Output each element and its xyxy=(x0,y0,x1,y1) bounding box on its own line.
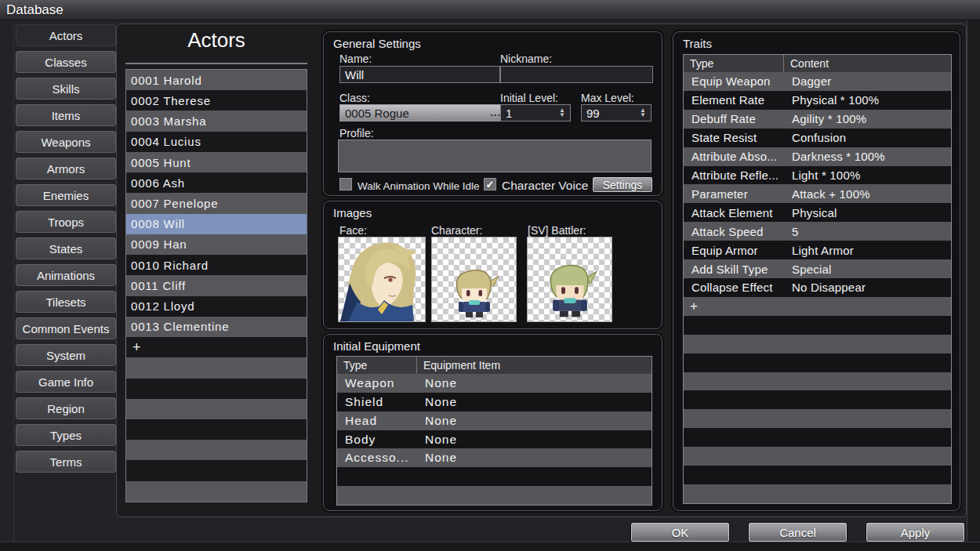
profile-textarea[interactable] xyxy=(338,140,652,172)
cell: + xyxy=(684,297,784,316)
name-input[interactable]: Will xyxy=(339,66,500,83)
trait-row[interactable]: Attack Speed5 xyxy=(684,222,951,241)
actor-list-item[interactable]: 0005 Hunt xyxy=(126,152,307,172)
column-header: Type xyxy=(684,55,784,72)
actor-list-item[interactable]: 0012 Lloyd xyxy=(126,296,307,317)
tab-weapons[interactable]: Weapons xyxy=(16,131,116,153)
trait-row[interactable]: Element RatePhysical * 100% xyxy=(684,91,951,110)
actor-list-item[interactable]: 0009 Han xyxy=(126,234,307,255)
actor-list-item[interactable]: 0011 Cliff xyxy=(126,275,307,295)
traits-group: Traits TypeContentEquip WeaponDaggerElem… xyxy=(673,31,960,511)
trait-row[interactable]: ParameterAttack + 100% xyxy=(684,184,951,203)
cell xyxy=(684,316,784,335)
empty-row xyxy=(126,481,307,502)
tab-items[interactable]: Items xyxy=(16,104,116,126)
cell xyxy=(684,372,784,391)
actor-list-item[interactable]: 0001 Harold xyxy=(126,70,307,90)
tab-system[interactable]: System xyxy=(16,344,116,366)
equipment-row[interactable]: BodyNone xyxy=(337,430,652,449)
trait-row[interactable]: State ResistConfusion xyxy=(684,129,951,147)
face-image[interactable] xyxy=(338,237,426,322)
tab-terms[interactable]: Terms xyxy=(16,451,116,473)
actor-list-item[interactable]: 0006 Ash xyxy=(126,172,307,193)
tab-game-info[interactable]: Game Info xyxy=(16,371,116,393)
tab-animations[interactable]: Animations xyxy=(16,264,116,286)
cancel-button[interactable]: Cancel xyxy=(749,523,847,542)
class-dropdown[interactable]: 0005 Rogue ... xyxy=(339,104,506,121)
cell xyxy=(784,335,792,353)
actor-list-item[interactable]: 0007 Penelope xyxy=(126,193,307,213)
trait-row[interactable]: Add Skill TypeSpecial xyxy=(684,259,951,278)
initial-level-spinner[interactable]: 1 ▲▼ xyxy=(500,104,571,121)
ok-button[interactable]: OK xyxy=(631,523,729,542)
cell: Accesso... xyxy=(337,448,417,467)
apply-button[interactable]: Apply xyxy=(866,523,964,542)
tab-enemies[interactable]: Enemies xyxy=(16,184,116,206)
add-actor-row[interactable]: + xyxy=(126,337,307,357)
tab-actors[interactable]: Actors xyxy=(16,24,116,46)
max-level-spinner[interactable]: 99 ▲▼ xyxy=(581,104,652,121)
cell: Attack Speed xyxy=(684,222,784,241)
tab-skills[interactable]: Skills xyxy=(16,78,116,100)
tab-region[interactable]: Region xyxy=(16,397,116,419)
table-header: TypeEquipment Item xyxy=(337,357,652,374)
tab-armors[interactable]: Armors xyxy=(16,158,116,179)
cell: Body xyxy=(337,430,417,449)
group-title: General Settings xyxy=(333,37,421,50)
trait-row[interactable]: Attribute Refle...Light * 100% xyxy=(684,166,951,185)
cell: Equip Armor xyxy=(684,241,784,259)
tab-classes[interactable]: Classes xyxy=(16,51,116,73)
empty-row xyxy=(684,428,951,447)
actor-list-item[interactable]: 0004 Lucius xyxy=(126,132,307,152)
cell: None xyxy=(417,448,457,467)
actor-list-item[interactable]: 0010 Richard xyxy=(126,255,307,275)
trait-row[interactable]: Attack ElementPhysical xyxy=(684,203,951,222)
voice-settings-button[interactable]: Settings xyxy=(593,177,652,192)
cell: None xyxy=(417,393,457,411)
sv-battler-image[interactable] xyxy=(527,237,612,322)
character-image[interactable] xyxy=(431,237,517,322)
empty-row xyxy=(684,409,951,428)
walk-animation-checkbox[interactable]: ✓ xyxy=(339,178,352,190)
actor-list-item[interactable]: 0002 Therese xyxy=(126,90,307,111)
spinner-down-icon[interactable]: ▼ xyxy=(640,113,646,118)
cell xyxy=(784,409,792,428)
cell xyxy=(684,353,784,372)
tab-types[interactable]: Types xyxy=(16,424,116,446)
trait-row[interactable]: Attribute Abso...Darkness * 100% xyxy=(684,147,951,166)
trait-row[interactable]: Debuff RateAgility * 100% xyxy=(684,110,951,129)
tab-states[interactable]: States xyxy=(16,237,116,259)
character-voice-checkbox[interactable]: ✓ xyxy=(484,178,496,190)
actor-list-item[interactable]: 0013 Clementine xyxy=(126,317,307,337)
trait-row[interactable]: Equip ArmorLight Armor xyxy=(684,241,951,259)
equipment-row[interactable]: ShieldNone xyxy=(337,393,652,411)
tab-tilesets[interactable]: Tilesets xyxy=(16,291,116,313)
empty-row xyxy=(126,379,307,399)
nickname-input[interactable] xyxy=(500,66,653,83)
actor-list-item[interactable]: 0003 Marsha xyxy=(126,111,307,131)
empty-row xyxy=(126,357,307,378)
equipment-row[interactable]: Accesso...None xyxy=(337,448,652,467)
walk-animation-label: Walk Animation While Idle xyxy=(358,180,480,192)
images-group: Images Face: Character: [SV] Battler: xyxy=(323,201,662,329)
cell: State Resist xyxy=(684,129,784,147)
group-title: Images xyxy=(333,206,372,219)
max-level-label: Max Level: xyxy=(581,92,634,104)
cell: Shield xyxy=(337,393,417,411)
actor-list-item[interactable]: 0008 Will xyxy=(126,214,307,234)
initial-level-label: Initial Level: xyxy=(500,92,558,104)
equipment-row[interactable]: WeaponNone xyxy=(337,374,652,393)
cell xyxy=(417,467,425,486)
trait-row[interactable]: Collapse EffectNo Disappear xyxy=(684,278,951,297)
spinner-buttons: ▲▼ xyxy=(637,105,648,121)
tab-troops[interactable]: Troops xyxy=(16,211,116,233)
actor-list-heading: Actors xyxy=(125,28,307,53)
tab-common-events[interactable]: Common Events xyxy=(16,317,116,339)
spinner-down-icon[interactable]: ▼ xyxy=(559,113,565,118)
add-row[interactable]: + xyxy=(684,297,951,316)
group-title: Initial Equipment xyxy=(333,339,420,353)
cell xyxy=(337,486,417,505)
trait-row[interactable]: Equip WeaponDagger xyxy=(684,72,951,91)
equipment-row[interactable]: HeadNone xyxy=(337,411,652,430)
cell: Attack Element xyxy=(684,203,784,222)
